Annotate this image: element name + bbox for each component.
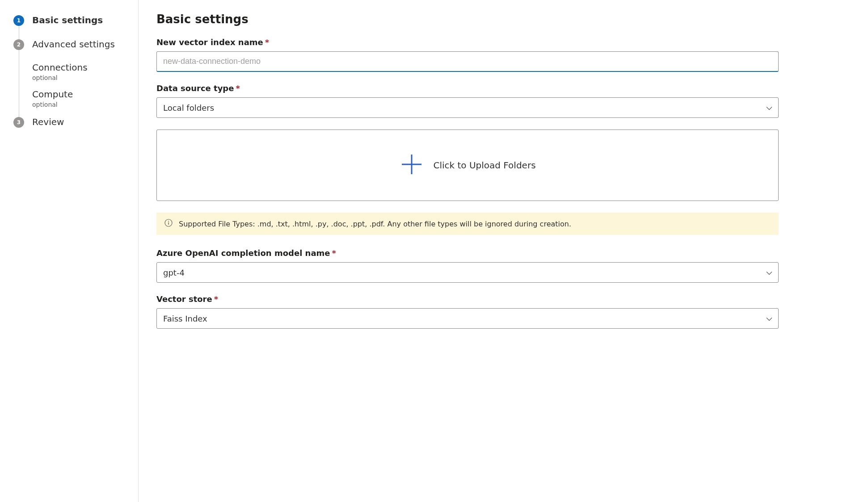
step-badge: 2 [13, 39, 24, 50]
step-label: Basic settings [32, 14, 103, 26]
completion-model-select[interactable]: gpt-4 [156, 262, 779, 283]
field-completion-model: Azure OpenAI completion model name* gpt-… [156, 248, 779, 283]
required-asterisk: * [265, 38, 269, 47]
substep-tag: optional [32, 74, 129, 81]
svg-point-3 [168, 221, 169, 222]
sidebar-step-review[interactable]: 3 Review [13, 113, 129, 128]
main-content: Basic settings New vector index name* Da… [139, 0, 800, 502]
field-label: Azure OpenAI completion model name* [156, 248, 779, 258]
field-label: New vector index name* [156, 38, 779, 47]
step-badge: 3 [13, 117, 24, 128]
data-source-type-select[interactable]: Local folders [156, 97, 779, 118]
vector-index-name-input[interactable] [156, 51, 779, 72]
field-vector-index-name: New vector index name* [156, 38, 779, 72]
field-label: Data source type* [156, 84, 779, 93]
sidebar-step-advanced[interactable]: 2 Advanced settings [13, 35, 129, 59]
upload-folders-zone[interactable]: Click to Upload Folders [156, 130, 779, 201]
substep-label: Compute [32, 88, 129, 100]
step-badge: 1 [13, 15, 24, 26]
sidebar-substep-connections[interactable]: Connections optional [32, 59, 129, 86]
plus-icon [399, 152, 424, 179]
wizard-sidebar: 1 Basic settings 2 Advanced settings Con… [0, 0, 139, 502]
info-text: Supported File Types: .md, .txt, .html, … [179, 220, 571, 228]
info-icon [164, 219, 173, 229]
page-title: Basic settings [156, 13, 779, 26]
substep-tag: optional [32, 101, 129, 108]
info-bar: Supported File Types: .md, .txt, .html, … [156, 213, 779, 235]
field-vector-store: Vector store* Faiss Index [156, 294, 779, 329]
required-asterisk: * [236, 84, 240, 93]
step-list: 1 Basic settings 2 Advanced settings Con… [13, 11, 129, 128]
step-label: Review [32, 116, 64, 128]
field-data-source-type: Data source type* Local folders [156, 84, 779, 118]
required-asterisk: * [214, 294, 218, 304]
vector-store-select[interactable]: Faiss Index [156, 308, 779, 329]
field-label: Vector store* [156, 294, 779, 304]
upload-label: Click to Upload Folders [433, 160, 535, 171]
required-asterisk: * [332, 248, 336, 258]
substep-label: Connections [32, 62, 129, 73]
sidebar-substep-compute[interactable]: Compute optional [32, 86, 129, 113]
sidebar-step-basic[interactable]: 1 Basic settings [13, 11, 129, 35]
step-label: Advanced settings [32, 38, 115, 50]
